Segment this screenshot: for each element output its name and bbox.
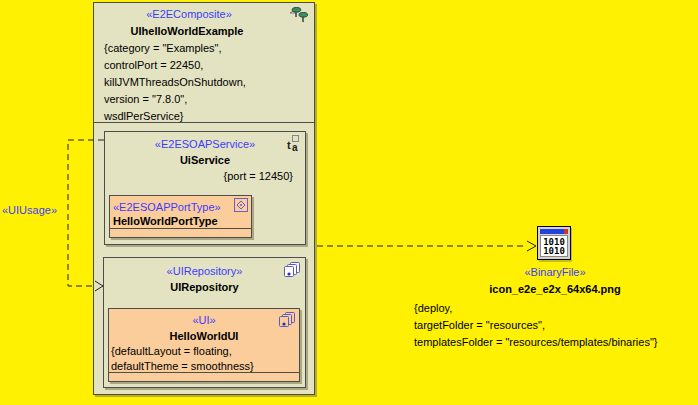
binaryfile-stereotype: «BinaryFile» xyxy=(465,266,645,278)
binaryfile-property-line: targetFolder = "resources", xyxy=(414,317,658,334)
copies-icon xyxy=(284,262,300,278)
binaryfile-property-line: {deploy, xyxy=(414,300,658,317)
composite-node-uihelloworldexample[interactable]: «E2EComposite» UIhelloWorldExample {cate… xyxy=(93,2,315,395)
composite-icon xyxy=(288,6,310,24)
composite-property-line: controlPort = 22450, xyxy=(104,57,314,74)
binaryfile-properties: {deploy, targetFolder = "resources", tem… xyxy=(414,300,658,351)
ui-name: HelloWorldUI xyxy=(109,328,299,344)
porttype-empty-compartment xyxy=(110,228,251,237)
ui-stereotype: «UI» xyxy=(109,309,299,328)
repository-node-uirepository[interactable]: «UIRepository» UIRepository «UI» xyxy=(103,257,306,388)
uiusage-stereotype-label: «UIUsage» xyxy=(2,204,57,216)
composite-property-line: killJVMThreadsOnShutdown, xyxy=(104,74,314,91)
service-stereotype: «E2ESOAPService» xyxy=(105,132,305,152)
composite-stereotype: «E2EComposite» xyxy=(94,6,314,22)
composite-properties: {category = "Examples", controlPort = 22… xyxy=(104,40,314,125)
composite-name: UIhelloWorldExample xyxy=(94,23,314,39)
ui-empty-compartment xyxy=(109,372,299,381)
porttype-node-helloworldporttype[interactable]: «E2ESOAPPortType» HelloWorldPortType xyxy=(109,195,252,238)
service-port-tag: {port = 12450} xyxy=(105,168,305,185)
porttype-icon xyxy=(234,198,248,212)
repository-stereotype: «UIRepository» xyxy=(104,258,305,279)
svg-text:a: a xyxy=(292,142,298,152)
ui-node-helloworldui[interactable]: «UI» HelloWorldUI {defaultLayout = float… xyxy=(108,308,300,382)
binaryfile-name: icon_e2e_e2x_64x64.png xyxy=(455,283,655,295)
binaryfile-dependency-edge[interactable] xyxy=(317,241,536,251)
composite-property-line: {category = "Examples", xyxy=(104,40,314,57)
porttype-stereotype: «E2ESOAPPortType» xyxy=(113,195,221,215)
porttype-name: HelloWorldPortType xyxy=(110,213,251,229)
binaryfile-property-line: templatesFolder = "resources/templates/b… xyxy=(414,334,658,351)
uml-diagram-canvas: «E2EComposite» UIhelloWorldExample {cate… xyxy=(0,0,698,405)
svg-text:t: t xyxy=(287,139,291,151)
service-node-uiservice[interactable]: «E2ESOAPService» UiService {port = 12450… xyxy=(104,131,306,245)
porttype-header: «E2ESOAPPortType» xyxy=(110,196,251,213)
composite-property-line: wsdlPerService} xyxy=(104,108,314,125)
copies-icon xyxy=(279,312,295,328)
composite-header: «E2EComposite» UIhelloWorldExample {cate… xyxy=(94,3,314,123)
composite-property-line: version = "7.8.0", xyxy=(104,91,314,108)
part-icon: t a xyxy=(285,135,300,151)
ui-property-line: {defaultLayout = floating, xyxy=(111,344,299,359)
binary-file-icon[interactable]: 1010 1010 xyxy=(537,226,573,264)
service-name: UiService xyxy=(105,152,305,168)
binary-pattern-row: 1010 xyxy=(543,237,565,247)
repository-name: UIRepository xyxy=(104,279,305,295)
binary-pattern-row: 1010 xyxy=(543,246,565,256)
ui-properties: {defaultLayout = floating, defaultTheme … xyxy=(109,344,299,374)
